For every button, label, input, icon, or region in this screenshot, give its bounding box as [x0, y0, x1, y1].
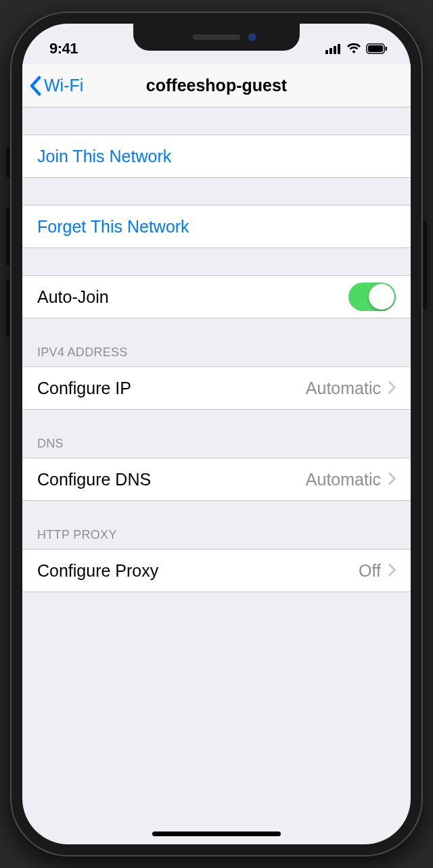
screen: 9:41 Wi-Fi coffeeshop-gues	[22, 24, 411, 844]
speaker-grille	[193, 34, 240, 40]
power-button	[423, 221, 427, 309]
configure-dns-row[interactable]: Configure DNS Automatic	[22, 458, 411, 501]
proxy-header: HTTP PROXY	[22, 528, 411, 549]
back-button[interactable]: Wi-Fi	[22, 76, 83, 96]
configure-dns-value: Automatic	[306, 470, 381, 489]
svg-rect-2	[334, 46, 336, 54]
wifi-icon	[346, 43, 361, 54]
chevron-left-icon	[29, 76, 41, 96]
cellular-icon	[325, 43, 342, 54]
svg-rect-5	[368, 45, 383, 52]
chevron-right-icon	[388, 561, 396, 581]
notch	[133, 24, 300, 51]
configure-ip-label: Configure IP	[37, 379, 131, 398]
configure-proxy-label: Configure Proxy	[37, 561, 158, 581]
forget-network-label: Forget This Network	[37, 217, 189, 237]
configure-dns-label: Configure DNS	[37, 470, 151, 489]
chevron-right-icon	[388, 379, 396, 398]
ipv4-header: IPV4 ADDRESS	[22, 345, 411, 366]
join-network-row[interactable]: Join This Network	[22, 135, 411, 178]
configure-proxy-value: Off	[359, 561, 381, 581]
dns-header: DNS	[22, 437, 411, 458]
silence-switch	[6, 147, 10, 178]
toggle-knob	[369, 284, 394, 310]
join-network-label: Join This Network	[37, 147, 171, 166]
svg-rect-1	[329, 48, 332, 54]
svg-rect-3	[338, 44, 340, 54]
forget-network-row[interactable]: Forget This Network	[22, 205, 411, 248]
nav-bar: Wi-Fi coffeeshop-guest	[22, 64, 411, 107]
svg-rect-6	[386, 47, 388, 51]
auto-join-label: Auto-Join	[37, 287, 109, 307]
phone-frame: 9:41 Wi-Fi coffeeshop-gues	[10, 11, 423, 857]
status-time: 9:41	[49, 30, 78, 57]
svg-rect-0	[325, 50, 328, 54]
volume-down-button	[6, 279, 10, 337]
status-right	[325, 34, 388, 54]
chevron-right-icon	[388, 470, 396, 489]
front-camera	[248, 33, 256, 41]
home-indicator[interactable]	[152, 831, 281, 836]
auto-join-toggle[interactable]	[348, 283, 396, 311]
configure-ip-value: Automatic	[306, 379, 381, 398]
auto-join-row: Auto-Join	[22, 275, 411, 318]
battery-icon	[366, 43, 388, 54]
configure-ip-row[interactable]: Configure IP Automatic	[22, 366, 411, 410]
configure-proxy-row[interactable]: Configure Proxy Off	[22, 549, 411, 592]
back-label: Wi-Fi	[44, 76, 83, 95]
volume-up-button	[6, 208, 10, 266]
